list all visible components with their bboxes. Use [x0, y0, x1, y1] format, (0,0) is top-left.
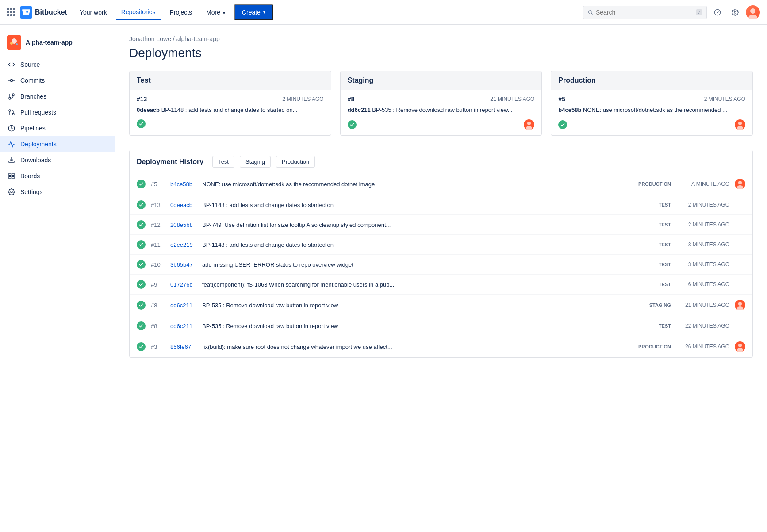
svg-point-35 — [737, 348, 743, 352]
user-avatar[interactable] — [746, 5, 760, 19]
svg-point-32 — [738, 302, 742, 306]
env-staging-message-text: BP-535 : Remove download raw button in r… — [372, 107, 512, 113]
filter-production[interactable]: Production — [276, 156, 315, 168]
env-staging-avatar — [524, 119, 534, 130]
env-card-test-body: #13 2 MINUTES AGO 0deeacb BP-1148 : add … — [130, 90, 331, 134]
sidebar-item-boards[interactable]: Boards — [0, 168, 115, 184]
nav-repositories[interactable]: Repositories — [116, 5, 161, 20]
svg-point-15 — [9, 97, 11, 99]
breadcrumb-repo[interactable]: alpha-team-app — [176, 35, 220, 42]
sidebar-label-pr: Pull requests — [20, 109, 56, 116]
sidebar-label-downloads: Downloads — [20, 157, 51, 164]
filter-staging[interactable]: Staging — [240, 156, 271, 168]
search-input[interactable] — [596, 9, 694, 16]
history-row[interactable]: #13 0deeacb BP-1148 : add tests and chan… — [130, 195, 752, 215]
sidebar-item-deployments[interactable]: Deployments — [0, 136, 115, 152]
breadcrumb-user[interactable]: Jonathon Lowe — [129, 35, 171, 42]
row-status-icon — [137, 280, 146, 289]
nav-your-work[interactable]: Your work — [74, 5, 112, 19]
row-hash[interactable]: dd6c211 — [170, 323, 197, 329]
row-hash[interactable]: 0deeacb — [170, 202, 197, 208]
row-env: TEST — [636, 323, 671, 329]
env-production-hash[interactable]: b4ce58b — [558, 107, 581, 113]
help-button[interactable] — [710, 5, 725, 19]
row-num: #8 — [151, 323, 165, 329]
settings-button[interactable] — [728, 5, 742, 19]
sidebar-item-branches[interactable]: Branches — [0, 88, 115, 104]
filter-test[interactable]: Test — [212, 156, 234, 168]
create-button[interactable]: Create ▾ — [234, 4, 273, 20]
svg-point-0 — [588, 10, 592, 14]
env-production-time: 2 MINUTES AGO — [704, 96, 745, 102]
sidebar-item-commits[interactable]: Commits — [0, 73, 115, 88]
env-production-status — [558, 120, 567, 129]
breadcrumb: Jonathon Lowe / alpha-team-app — [129, 35, 753, 42]
topnav-right: / — [583, 5, 760, 19]
row-status-icon — [137, 240, 146, 249]
row-time: A MINUTE AGO — [676, 181, 729, 187]
row-time: 22 MINUTES AGO — [676, 323, 729, 329]
svg-point-26 — [527, 122, 531, 125]
history-rows: #5 b4ce58b NONE: use microsoft/dotnet:sd… — [130, 173, 752, 357]
env-production-num: #5 — [558, 96, 565, 103]
env-test-time: 2 MINUTES AGO — [282, 96, 323, 102]
row-num: #10 — [151, 261, 165, 268]
row-time: 2 MINUTES AGO — [676, 222, 729, 228]
svg-point-8 — [10, 42, 13, 45]
svg-rect-24 — [9, 176, 11, 179]
search-shortcut: / — [696, 9, 702, 15]
row-hash[interactable]: 208e5b8 — [170, 222, 197, 228]
grid-icon[interactable] — [7, 8, 15, 16]
env-card-test-header: Test — [130, 71, 331, 90]
page-title: Deployments — [129, 46, 753, 60]
history-row[interactable]: #11 e2ee219 BP-1148 : add tests and chan… — [130, 235, 752, 255]
sidebar-item-pipelines[interactable]: Pipelines — [0, 120, 115, 136]
history-row[interactable]: #12 208e5b8 BP-749: Use definition list … — [130, 215, 752, 235]
nav-projects[interactable]: Projects — [164, 5, 197, 19]
row-avatar — [735, 179, 745, 189]
search-box[interactable]: / — [583, 6, 707, 19]
row-message: BP-535 : Remove download raw button in r… — [202, 323, 630, 329]
create-dropdown-icon: ▾ — [263, 10, 265, 15]
downloads-icon — [7, 156, 16, 165]
env-staging-hash[interactable]: dd6c211 — [348, 107, 371, 113]
history-row[interactable]: #9 017276d feat(component): fS-1063 When… — [130, 275, 752, 295]
svg-point-27 — [526, 126, 532, 130]
svg-rect-23 — [12, 176, 14, 179]
svg-point-3 — [734, 11, 736, 13]
commits-icon — [7, 76, 16, 85]
row-hash[interactable]: b4ce58b — [170, 181, 197, 188]
sidebar-item-downloads[interactable]: Downloads — [0, 152, 115, 168]
row-avatar — [735, 341, 745, 352]
row-hash[interactable]: e2ee219 — [170, 241, 197, 248]
bitbucket-name: Bitbucket — [35, 8, 67, 16]
row-env: PRODUCTION — [636, 344, 671, 349]
row-hash[interactable]: 3b65b47 — [170, 261, 197, 268]
row-hash[interactable]: 856fe67 — [170, 344, 197, 350]
env-production-message-text: NONE: use microsoft/dotnet:sdk as the re… — [583, 107, 727, 113]
sidebar-item-settings[interactable]: Settings — [0, 184, 115, 200]
svg-rect-21 — [9, 173, 11, 176]
env-card-production-body: #5 2 MINUTES AGO b4ce58b NONE: use micro… — [551, 90, 752, 135]
row-hash[interactable]: 017276d — [170, 281, 197, 288]
sidebar-item-source[interactable]: Source — [0, 57, 115, 73]
row-time: 6 MINUTES AGO — [676, 281, 729, 287]
row-message: fix(build): make sure root does not chan… — [202, 344, 630, 350]
env-test-hash[interactable]: 0deeacb — [137, 107, 160, 113]
history-row[interactable]: #10 3b65b47 add missing USER_ERROR statu… — [130, 255, 752, 275]
history-row[interactable]: #8 dd6c211 BP-535 : Remove download raw … — [130, 295, 752, 316]
sidebar-item-pull-requests[interactable]: Pull requests — [0, 104, 115, 120]
env-staging-num: #8 — [348, 96, 355, 103]
boards-icon — [7, 172, 16, 180]
row-env: PRODUCTION — [636, 181, 671, 187]
history-row[interactable]: #3 856fe67 fix(build): make sure root do… — [130, 336, 752, 357]
bitbucket-logo[interactable] — [20, 6, 32, 19]
nav-more[interactable]: More ▾ — [201, 5, 230, 19]
sidebar-label-deployments: Deployments — [20, 141, 57, 148]
history-row[interactable]: #5 b4ce58b NONE: use microsoft/dotnet:sd… — [130, 173, 752, 195]
row-hash[interactable]: dd6c211 — [170, 302, 197, 309]
row-message: BP-1148 : add tests and change dates to … — [202, 241, 630, 248]
sidebar-label-source: Source — [20, 61, 40, 68]
history-row[interactable]: #8 dd6c211 BP-535 : Remove download raw … — [130, 316, 752, 336]
row-message: add missing USER_ERROR status to repo ov… — [202, 261, 630, 268]
